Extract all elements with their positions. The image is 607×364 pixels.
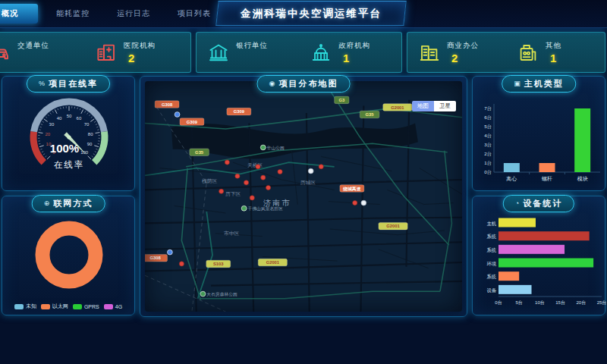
panel-title: 设备统计 (523, 198, 562, 209)
map-layer-switcher: 地图卫星 (412, 101, 456, 111)
map-district-label: 天桥区 (247, 162, 263, 168)
legend-item[interactable]: 以太网 (41, 303, 68, 310)
y-axis-label: 4台 (484, 133, 492, 139)
gauge-tick (96, 127, 98, 127)
car-icon (0, 41, 11, 64)
map-poi-marker[interactable] (200, 291, 206, 297)
map-project-marker[interactable] (266, 185, 270, 190)
host-type-bar (504, 163, 520, 172)
map-project-marker[interactable] (179, 262, 184, 266)
gauge-tick (97, 130, 99, 130)
map-district-label: 历城区 (300, 180, 316, 186)
gauge-tick (39, 130, 40, 130)
map-project-marker[interactable] (250, 196, 254, 200)
stat-card: 商业办公2其他1 (407, 32, 605, 73)
stat-item[interactable]: 其他1 (506, 41, 605, 64)
device-stats-bar-chart: 主机系统系统环境系统设备0台5台10台15台20台25台 (473, 210, 606, 312)
stat-item[interactable]: 银行单位 (197, 41, 299, 64)
gauge-tick-label: 40 (57, 116, 62, 121)
stat-item[interactable]: 医院机构2 (84, 41, 190, 64)
map-layer-button[interactable]: 卫星 (434, 101, 456, 111)
map-project-marker[interactable] (353, 201, 357, 206)
stat-value: 1 (550, 52, 561, 64)
road-badge: G309 (180, 118, 204, 126)
legend-item[interactable]: 未知 (14, 303, 36, 310)
gauge-tick (89, 115, 90, 116)
road-badge: S103 (206, 260, 231, 268)
y-axis-label: 0台 (484, 169, 492, 175)
road-badge: G2001 (383, 104, 412, 111)
map-poi-marker[interactable] (260, 145, 266, 150)
gauge-tick (50, 113, 52, 115)
network-legend: 未知以太网GPRS4G (2, 303, 134, 310)
map-project-marker[interactable] (256, 165, 260, 169)
dashboard-screen: 概况能耗监控运行日志项目列表视频监控 金洲科瑞中央空调运维平台 交通单位医院机构… (0, 0, 607, 364)
x-axis-tick: 10台 (535, 300, 545, 306)
map-canvas[interactable]: G308G309G309G308绕城高速G3G35G35G2001G2001G2… (145, 81, 462, 312)
x-axis-tick: 20台 (576, 300, 586, 306)
factory-icon (517, 41, 539, 64)
svg-text:G308: G308 (149, 256, 161, 260)
map-project-marker[interactable] (278, 169, 282, 174)
map-project-marker[interactable] (219, 189, 224, 193)
stat-label: 商业办公 (447, 41, 479, 51)
gauge-tick-label: 20 (46, 132, 51, 136)
stat-item[interactable]: 交通单位 (0, 41, 84, 64)
device-category-label: 系统 (486, 247, 496, 253)
stat-label: 银行单位 (236, 41, 268, 51)
map-info-marker[interactable] (361, 200, 366, 206)
gauge-tick (93, 154, 95, 155)
stat-item[interactable]: 政府机构1 (299, 41, 401, 64)
network-icon: ⊕ (44, 200, 50, 207)
map-layer-button[interactable]: 地图 (412, 101, 434, 111)
office-icon (418, 41, 441, 64)
stat-value: 2 (128, 52, 156, 64)
host-type-bar (574, 108, 590, 172)
svg-text:G309: G309 (234, 109, 244, 114)
stat-card: 交通单位医院机构2 (0, 32, 191, 73)
stat-item[interactable]: 商业办公2 (407, 41, 506, 64)
map-poi-label: 千佛山风景名胜区 (247, 206, 283, 212)
gauge-tick (96, 149, 97, 149)
device-category-label: 主机 (486, 221, 496, 226)
map-info-marker[interactable] (308, 168, 313, 174)
x-axis-tick: 15台 (555, 300, 565, 306)
gauge-hub (67, 135, 71, 139)
gauge-tick (91, 117, 93, 118)
legend-item[interactable]: GPRS (73, 304, 99, 309)
legend-item[interactable]: 4G (104, 304, 122, 309)
project-distribution-map[interactable]: G308G309G309G308绕城高速G3G35G35G2001G2001G2… (145, 81, 462, 312)
device-bar (498, 285, 532, 294)
map-poi-marker[interactable] (241, 206, 247, 211)
map-station-marker[interactable] (168, 249, 173, 255)
gauge-tick (42, 121, 44, 122)
gauge-tick (39, 143, 40, 144)
legend-label: 未知 (26, 303, 36, 310)
top-nav-bar: 概况能耗监控运行日志项目列表视频监控 金洲科瑞中央空调运维平台 (0, 0, 607, 28)
panel-title-pill: ▣ 主机类型 (502, 75, 576, 93)
map-station-marker[interactable] (175, 112, 180, 118)
map-project-marker[interactable] (261, 175, 266, 180)
map-project-marker[interactable] (244, 180, 248, 185)
map-project-marker[interactable] (225, 160, 229, 165)
panel-title-pill: ◔ 设备统计 (503, 195, 574, 212)
legend-swatch (41, 304, 50, 309)
nav-tab[interactable]: 能耗监控 (42, 1, 103, 27)
road-badge: G308 (155, 101, 179, 108)
legend-label: 4G (115, 304, 122, 309)
gauge-tick (45, 156, 46, 158)
map-project-marker[interactable] (235, 174, 240, 178)
y-axis-label: 3台 (484, 142, 492, 148)
nav-tab[interactable]: 概况 (0, 4, 38, 24)
x-axis-tick: 5台 (516, 300, 523, 306)
gauge-tick (88, 156, 91, 159)
gauge-tick-label: 60 (77, 116, 82, 121)
gauge-value: 100% (50, 142, 79, 155)
x-axis-label: 螺杆 (542, 176, 552, 181)
map-project-marker[interactable] (319, 165, 323, 169)
nav-tab[interactable]: 运行日志 (103, 1, 164, 27)
panel-project-map: G308G309G309G308绕城高速G3G35G35G2001G2001G2… (140, 76, 467, 317)
panel-title-pill: % 项目在线率 (27, 75, 110, 93)
gauge-tick (81, 109, 83, 113)
device-bar (498, 271, 519, 281)
